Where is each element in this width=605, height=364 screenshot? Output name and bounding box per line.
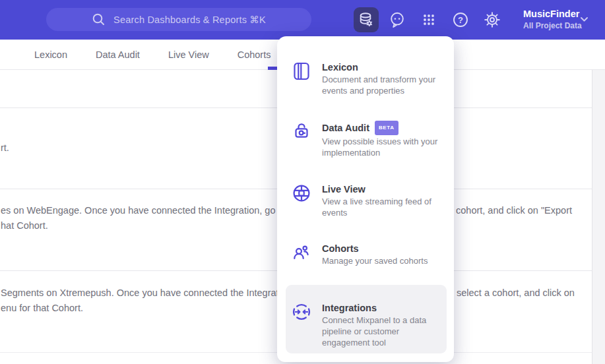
integrations-sync-icon <box>292 302 311 322</box>
live-view-globe-icon <box>292 183 311 203</box>
menu-item-title: Lexicon <box>322 61 439 73</box>
gear-icon <box>482 10 502 30</box>
tab-live-view[interactable]: Live View <box>168 49 209 60</box>
row-line: Segments on Xtremepush. Once you have co… <box>1 288 294 298</box>
help-button[interactable]: ? <box>448 7 473 32</box>
project-scope: All Project Data <box>523 20 582 31</box>
lexicon-book-icon <box>292 61 311 81</box>
search-icon <box>92 13 106 26</box>
row-line: enu for that Cohort. <box>1 303 83 313</box>
menu-item-label: Data Audit <box>322 122 369 134</box>
chat-smiley-icon <box>387 10 407 30</box>
svg-text:?: ? <box>458 15 463 25</box>
menu-item-text: Live View View a live streaming feed of … <box>322 183 454 218</box>
menu-item-text: Data Audit BETA View possible issues wit… <box>322 121 457 158</box>
top-nav-bar: Search Dashboards & Reports ⌘K <box>0 0 605 40</box>
scrollbar-track[interactable] <box>592 70 605 364</box>
row-text-fragment: rt. <box>1 140 9 156</box>
menu-item-lexicon[interactable]: Lexicon Document and transform your even… <box>292 61 439 96</box>
active-tab-indicator <box>268 67 278 70</box>
row-text-fragment: Segments on Xtremepush. Once you have co… <box>1 286 294 315</box>
settings-button[interactable] <box>480 7 505 32</box>
grid-dots-icon <box>419 10 439 30</box>
apps-grid-button[interactable] <box>416 7 441 32</box>
menu-item-text: Cohorts Manage your saved cohorts <box>322 243 467 266</box>
menu-item-cohorts[interactable]: Cohorts Manage your saved cohorts <box>292 243 467 266</box>
database-gear-icon <box>356 10 376 30</box>
row-line: es on WebEngage. Once you have connected… <box>1 205 302 216</box>
menu-item-description: View possible issues with your implement… <box>322 136 457 158</box>
beta-badge: BETA <box>375 121 398 135</box>
menu-item-label: Integrations <box>322 302 377 314</box>
support-button[interactable] <box>385 7 410 32</box>
row-text-fragment: es on WebEngage. Once you have connected… <box>1 203 302 233</box>
project-name: MusicFinder <box>523 8 582 20</box>
question-circle-icon: ? <box>451 10 470 30</box>
chevron-down-icon[interactable] <box>580 16 589 22</box>
row-text-fragment: cohort, and click on "Export <box>456 203 572 218</box>
tab-lexicon[interactable]: Lexicon <box>34 49 67 60</box>
row-text-fragment: select a cohort, and click on <box>457 286 575 301</box>
menu-item-title: Live View <box>322 183 454 195</box>
search-placeholder: Search Dashboards & Reports ⌘K <box>113 15 266 25</box>
mixpanel-app: rt. es on WebEngage. Once you have conne… <box>0 0 605 364</box>
menu-item-title: Cohorts <box>322 243 467 255</box>
tab-cohorts[interactable]: Cohorts <box>238 49 271 60</box>
row-line: hat Cohort. <box>1 220 48 231</box>
menu-item-label: Lexicon <box>322 61 358 73</box>
data-management-dropdown: Lexicon Document and transform your even… <box>277 36 454 362</box>
menu-item-title: Data Audit BETA <box>322 121 457 135</box>
menu-item-text: Lexicon Document and transform your even… <box>322 61 439 96</box>
tab-data-audit[interactable]: Data Audit <box>96 49 140 60</box>
cohorts-users-icon <box>292 243 311 262</box>
data-audit-lock-icon <box>292 121 311 140</box>
menu-item-description: Document and transform your events and p… <box>322 74 439 96</box>
menu-item-description: View a live streaming feed of events <box>322 196 454 218</box>
menu-item-description: Connect Mixpanel to a data pipeline or c… <box>322 315 446 348</box>
menu-item-label: Cohorts <box>322 243 359 255</box>
menu-item-data-audit[interactable]: Data Audit BETA View possible issues wit… <box>292 121 457 158</box>
menu-item-label: Live View <box>322 183 366 195</box>
data-management-button[interactable] <box>354 7 379 32</box>
project-switcher[interactable]: MusicFinder All Project Data <box>523 8 582 31</box>
menu-item-title: Integrations <box>322 302 446 314</box>
menu-item-live-view[interactable]: Live View View a live streaming feed of … <box>292 183 454 218</box>
menu-item-text: Integrations Connect Mixpanel to a data … <box>322 302 446 348</box>
menu-item-integrations[interactable]: Integrations Connect Mixpanel to a data … <box>292 302 446 348</box>
search-input[interactable]: Search Dashboards & Reports ⌘K <box>46 8 311 31</box>
menu-item-description: Manage your saved cohorts <box>322 255 467 266</box>
